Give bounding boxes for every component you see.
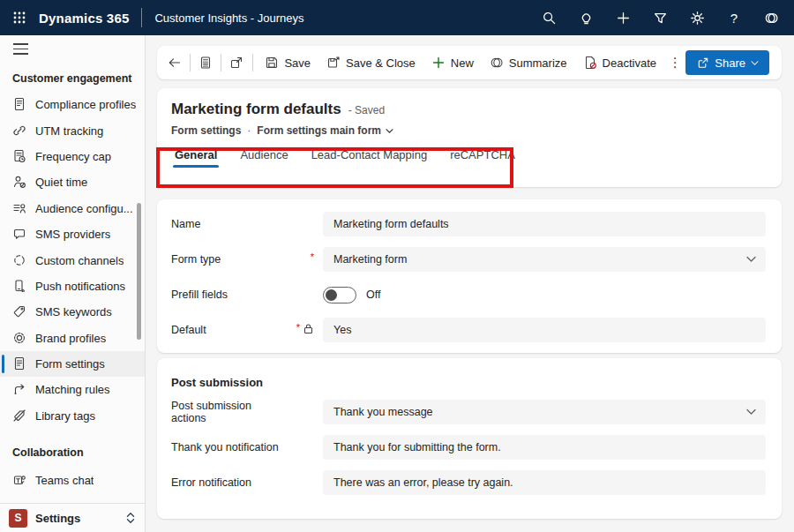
sidebar-item-quiet-time[interactable]: Quiet time	[0, 169, 145, 195]
field-row-name: Name Marketing form defaults	[171, 206, 766, 242]
toolbar-divider	[252, 54, 253, 71]
toolbar-divider	[190, 54, 191, 71]
popout-icon[interactable]	[226, 50, 247, 75]
field-row-post-submission-actions: Post submission actions Thank you messag…	[171, 394, 766, 430]
app-launcher-waffle-icon[interactable]	[0, 0, 39, 35]
site-map-sidebar: Customer engagement Compliance profiles …	[0, 35, 146, 532]
lightbulb-icon[interactable]	[572, 4, 600, 32]
link-icon	[12, 124, 27, 139]
unfold-chevrons-icon	[125, 512, 136, 524]
app-name[interactable]: Customer Insights - Journeys	[154, 11, 303, 25]
collapse-sitemap-icon[interactable]	[0, 35, 145, 62]
area-switcher-settings[interactable]: S Settings	[0, 503, 145, 532]
sidebar-item-sms-providers[interactable]: SMS providers	[0, 221, 145, 247]
form-page-icon	[12, 356, 27, 371]
required-marker: *	[296, 323, 300, 332]
save-and-close-button[interactable]: Save & Close	[318, 50, 423, 75]
sidebar-section-header-collaboration: Collaboration	[0, 429, 145, 468]
summarize-button[interactable]: Summarize	[482, 50, 575, 75]
person-mute-icon	[12, 175, 27, 190]
chevron-down-icon	[386, 128, 393, 134]
filter-icon[interactable]	[646, 4, 674, 32]
post-submission-section-card: Post submission Post submission actions …	[157, 358, 782, 519]
help-icon[interactable]: ?	[720, 4, 748, 32]
thank-you-notification-input[interactable]: Thank you for submitting the form.	[323, 435, 766, 460]
chat-bubble-icon	[12, 227, 27, 242]
topbar-actions: ?	[535, 4, 794, 32]
chevron-down-icon	[746, 256, 756, 263]
more-commands-button[interactable]: ⋮	[664, 50, 685, 75]
deactivate-button[interactable]: Deactivate	[575, 50, 664, 75]
sidebar-item-form-settings[interactable]: Form settings	[0, 351, 145, 377]
app-window: Dynamics 365 Customer Insights - Journey…	[0, 0, 794, 532]
sidebar-item-custom-channels[interactable]: Custom channels	[0, 247, 145, 273]
tab-lead-contact-mapping[interactable]: Lead-Contact Mapping	[311, 148, 428, 169]
branch-arrow-icon	[12, 382, 27, 397]
sidebar-item-frequency-cap[interactable]: Frequency cap	[0, 144, 145, 169]
field-row-default: Default * Yes	[171, 312, 766, 348]
entity-name: Form settings	[171, 124, 241, 137]
post-submission-actions-select[interactable]: Thank you message	[323, 400, 766, 424]
settings-gear-icon[interactable]	[683, 4, 711, 32]
page-title: Marketing form defaults	[171, 101, 341, 118]
document-clock-icon	[12, 149, 27, 164]
sidebar-scrollbar[interactable]	[137, 203, 141, 340]
settings-area-badge: S	[9, 509, 27, 528]
save-button[interactable]: Save	[257, 50, 318, 75]
new-button[interactable]: New	[423, 50, 482, 75]
error-notification-input[interactable]: There was an error, please try again.	[323, 470, 766, 495]
save-status-badge: - Saved	[348, 104, 385, 116]
chevron-down-icon	[746, 408, 756, 416]
command-bar: Save Save & Close New Summarize Deactiva…	[157, 46, 782, 79]
toolbar-divider	[221, 54, 221, 71]
compliance-document-icon	[12, 97, 27, 112]
tab-bar: General Audience Lead-Contact Mapping re…	[171, 148, 764, 169]
search-icon[interactable]	[535, 4, 563, 32]
default-input[interactable]: Yes	[323, 318, 766, 342]
name-input[interactable]: Marketing form defaults	[323, 212, 766, 236]
record-header-card: Marketing form defaults - Saved Form set…	[157, 88, 782, 187]
toggle-state-label: Off	[366, 288, 380, 301]
sidebar-item-brand-profiles[interactable]: Brand profiles	[0, 326, 145, 351]
add-icon[interactable]	[609, 4, 637, 32]
prefill-fields-toggle[interactable]	[323, 287, 356, 303]
form-type-select[interactable]: Marketing form	[323, 247, 766, 272]
topbar-divider	[141, 8, 142, 27]
tab-recaptcha[interactable]: reCAPTCHA	[450, 148, 515, 169]
share-button[interactable]: Share	[685, 50, 769, 75]
lock-icon	[303, 322, 314, 338]
record-list-icon[interactable]	[195, 50, 216, 75]
sidebar-item-library-tags[interactable]: Library tags	[0, 403, 145, 429]
tab-audience[interactable]: Audience	[240, 148, 288, 169]
general-section-card: Name Marketing form defaults Form type *…	[157, 199, 782, 353]
brand-title[interactable]: Dynamics 365	[39, 11, 129, 26]
tag-icon	[12, 304, 27, 319]
badge-seal-icon	[12, 331, 27, 346]
sidebar-item-audience-configuration[interactable]: Audience configu...	[0, 196, 145, 221]
main-content: Save Save & Close New Summarize Deactiva…	[146, 35, 794, 532]
breadcrumb: Form settings · Form settings main form	[171, 124, 764, 137]
field-row-thank-you-notification: Thank you notification Thank you for sub…	[171, 430, 766, 465]
required-marker: *	[311, 252, 314, 261]
toggle-knob	[326, 289, 337, 301]
field-row-form-type: Form type * Marketing form	[171, 242, 766, 277]
back-button[interactable]	[164, 50, 185, 75]
sidebar-item-utm-tracking[interactable]: UTM tracking	[0, 117, 145, 143]
top-navbar: Dynamics 365 Customer Insights - Journey…	[0, 0, 794, 35]
audience-list-icon	[12, 201, 27, 216]
copilot-icon[interactable]	[757, 4, 785, 32]
sidebar-item-push-notifications[interactable]: Push notifications	[0, 273, 145, 299]
sidebar-item-matching-rules[interactable]: Matching rules	[0, 377, 145, 402]
phone-edit-icon	[12, 279, 27, 294]
field-row-prefill-fields: Prefill fields Off	[171, 277, 766, 312]
teams-icon	[12, 473, 27, 488]
sidebar-item-compliance-profiles[interactable]: Compliance profiles	[0, 92, 145, 117]
tab-general[interactable]: General	[175, 148, 217, 169]
sidebar-item-sms-keywords[interactable]: SMS keywords	[0, 299, 145, 325]
sidebar-item-teams-chat[interactable]: Teams chat	[0, 468, 145, 493]
form-selector[interactable]: Form settings main form	[257, 124, 393, 137]
channels-icon	[12, 253, 27, 268]
sidebar-section-header: Customer engagement	[0, 62, 145, 92]
section-title: Post submission	[171, 369, 766, 394]
field-row-error-notification: Error notification There was an error, p…	[171, 465, 766, 500]
